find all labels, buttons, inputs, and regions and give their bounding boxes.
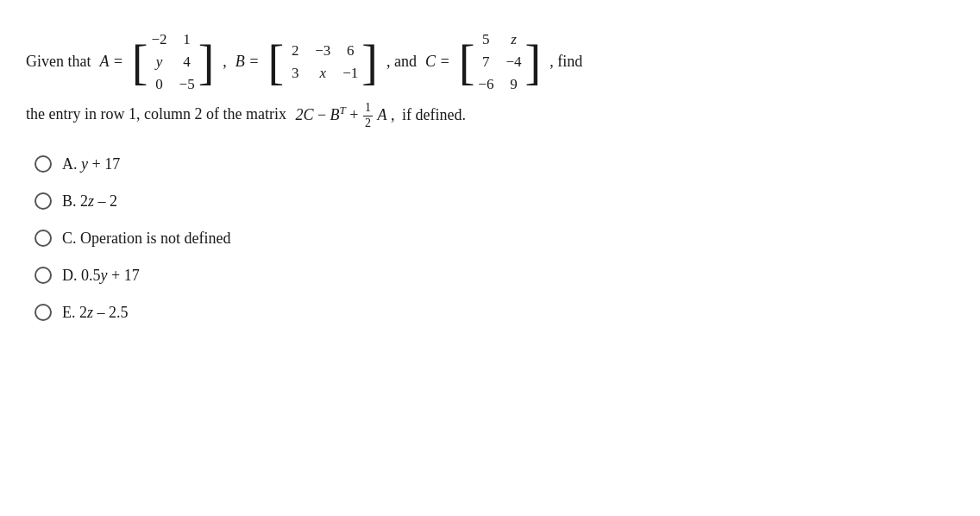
matrix-C-cells: 5 z 7 −4 −6 9 bbox=[474, 26, 525, 98]
choice-A[interactable]: A. y + 17 bbox=[35, 155, 932, 173]
cell-C-01: z bbox=[506, 29, 521, 50]
bracket-right-A: ] bbox=[198, 38, 215, 86]
cell-B-00: 2 bbox=[287, 41, 303, 61]
cell-A-11: 4 bbox=[179, 52, 195, 72]
expr-comma: , bbox=[391, 106, 395, 123]
matrix-C: [ 5 z 7 −4 −6 9 ] bbox=[459, 26, 542, 98]
cell-A-10: y bbox=[151, 52, 166, 72]
radio-D[interactable] bbox=[35, 267, 52, 284]
cell-C-11: −4 bbox=[506, 52, 521, 72]
choice-B[interactable]: B. 2z – 2 bbox=[35, 192, 932, 211]
cell-A-21: −5 bbox=[179, 74, 195, 95]
radio-A[interactable] bbox=[35, 155, 52, 173]
cell-C-21: 9 bbox=[506, 74, 521, 95]
question-container: Given that A = [ −2 1 y 4 0 −5 ] , B = [ bbox=[26, 17, 932, 330]
cell-C-00: 5 bbox=[478, 29, 493, 50]
cell-A-20: 0 bbox=[151, 74, 166, 95]
cell-B-01: −3 bbox=[315, 41, 330, 61]
cell-A-01: 1 bbox=[179, 29, 195, 50]
radio-E[interactable] bbox=[35, 304, 52, 321]
fraction-numerator: 1 bbox=[363, 101, 373, 116]
matrix-expression: 2C − BT + 1 2 A , bbox=[295, 106, 399, 123]
radio-B[interactable] bbox=[35, 192, 52, 210]
line2-text: the entry in row 1, column 2 of the matr… bbox=[26, 106, 286, 123]
bracket-left-A: [ bbox=[132, 38, 148, 86]
cell-C-10: 7 bbox=[478, 52, 493, 72]
matrixC-label: C = bbox=[425, 51, 450, 72]
bracket-left-C: [ bbox=[459, 38, 475, 86]
matrix-A: [ −2 1 y 4 0 −5 ] bbox=[132, 26, 215, 98]
matrix-B: [ 2 −3 6 3 x −1 ] bbox=[267, 37, 378, 87]
cell-B-12: −1 bbox=[342, 63, 358, 84]
choice-E[interactable]: E. 2z – 2.5 bbox=[35, 304, 932, 322]
cell-A-00: −2 bbox=[151, 29, 166, 50]
choice-D-label: D. 0.5y + 17 bbox=[62, 267, 140, 285]
cell-B-02: 6 bbox=[342, 41, 358, 61]
if-defined-text: if defined. bbox=[402, 106, 466, 123]
expr-A: A bbox=[378, 106, 387, 123]
fraction-denominator: 2 bbox=[363, 116, 373, 131]
fraction-half: 1 2 bbox=[363, 101, 373, 131]
comma-B: , and bbox=[386, 51, 417, 72]
bracket-right-C: ] bbox=[525, 38, 541, 86]
comma-A: , bbox=[223, 51, 227, 72]
expr-minus: − bbox=[317, 106, 330, 123]
radio-C[interactable] bbox=[35, 230, 52, 247]
bracket-left-B: [ bbox=[267, 38, 284, 86]
matrixB-label: B = bbox=[236, 51, 260, 72]
matrix-A-cells: −2 1 y 4 0 −5 bbox=[148, 26, 198, 98]
choices-list: A. y + 17 B. 2z – 2 C. Operation is not … bbox=[35, 155, 932, 322]
choice-E-label: E. 2z – 2.5 bbox=[62, 304, 129, 322]
cell-B-10: 3 bbox=[287, 63, 303, 84]
matrixA-label: A = bbox=[99, 51, 122, 72]
question-line2: the entry in row 1, column 2 of the matr… bbox=[26, 101, 932, 131]
expr-BT: BT bbox=[330, 106, 346, 123]
expr-plus: + bbox=[349, 106, 362, 123]
expr-2C: 2C bbox=[295, 106, 313, 123]
choice-C[interactable]: C. Operation is not defined bbox=[35, 230, 932, 248]
prefix-text: Given that bbox=[26, 51, 91, 72]
choice-A-label: A. y + 17 bbox=[62, 155, 120, 173]
matrix-B-cells: 2 −3 6 3 x −1 bbox=[284, 37, 361, 87]
choice-B-label: B. 2z – 2 bbox=[62, 192, 117, 211]
choice-D[interactable]: D. 0.5y + 17 bbox=[35, 267, 932, 285]
find-text: , find bbox=[550, 51, 582, 72]
cell-B-11: x bbox=[315, 63, 330, 84]
cell-C-20: −6 bbox=[478, 74, 493, 95]
choice-C-label: C. Operation is not defined bbox=[62, 230, 230, 248]
question-line1: Given that A = [ −2 1 y 4 0 −5 ] , B = [ bbox=[26, 26, 932, 98]
bracket-right-B: ] bbox=[361, 38, 378, 86]
